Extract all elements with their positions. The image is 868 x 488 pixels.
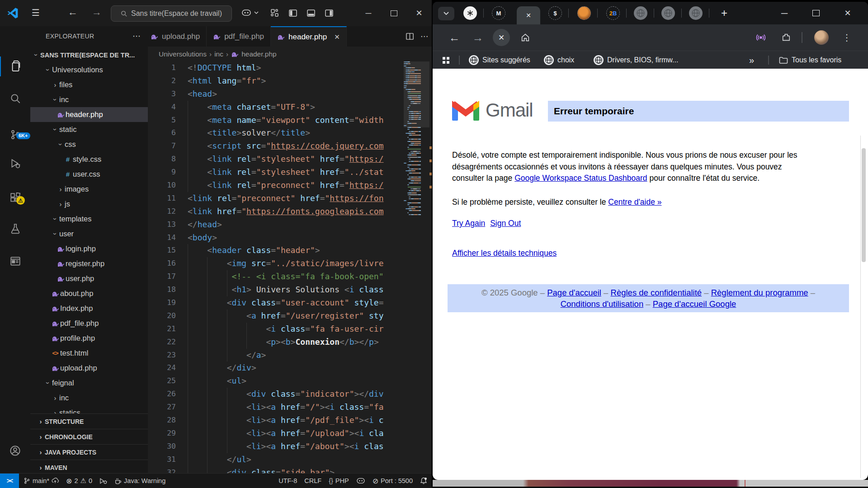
explorer-more-icon[interactable]: ⋯ [132, 31, 141, 41]
browser-back-icon[interactable]: ← [445, 24, 463, 51]
breadcrumb-item[interactable]: Universolutions [159, 50, 207, 58]
browser-maximize-button[interactable] [806, 2, 826, 24]
bookmark-item[interactable]: Drivers, BIOS, firmw... [594, 51, 678, 69]
tree-item[interactable]: header.php [30, 107, 148, 122]
toggle-sidebar-icon[interactable] [288, 9, 297, 18]
port-status[interactable]: ⊘ Port : 5500 [373, 477, 413, 485]
broadcast-extension-icon[interactable] [752, 24, 770, 51]
tree-item[interactable]: ›templates [30, 211, 148, 226]
all-favorites-button[interactable]: Tous les favoris [779, 51, 841, 69]
gmail-link[interactable]: Page d'accueil Google [653, 299, 736, 309]
globe-tab-icon[interactable] [661, 6, 675, 20]
editor-tab-pdf_file.php[interactable]: pdf_file.php [207, 26, 271, 47]
toggle-panel-icon[interactable] [307, 9, 316, 18]
active-browser-tab[interactable]: ✕ [517, 6, 540, 24]
gmail-link[interactable]: Centre d'aide » [608, 197, 661, 206]
tree-item[interactable]: ›inc [30, 92, 148, 107]
encoding-status[interactable]: UTF-8 [278, 477, 297, 484]
editor-tab-header.php[interactable]: header.php✕ [271, 26, 347, 47]
toggle-secondary-sidebar-icon[interactable] [325, 9, 334, 18]
copilot-status-icon[interactable] [356, 477, 365, 484]
close-tab-icon[interactable]: ✕ [334, 33, 340, 41]
gmail-link[interactable]: Page d'accueil [547, 288, 601, 297]
split-editor-icon[interactable] [406, 32, 414, 41]
dollar-tab-icon[interactable]: $ [548, 6, 562, 20]
sidebar-section-maven[interactable]: ›MAVEN [30, 460, 148, 474]
tree-item[interactable]: profile.php [30, 331, 148, 346]
explorer-icon[interactable] [0, 55, 30, 77]
tree-item[interactable]: register.php [30, 256, 148, 271]
close-button[interactable]: ✕ [406, 0, 432, 26]
tree-item[interactable]: Index.php [30, 301, 148, 316]
remote-indicator[interactable]: >< [0, 474, 19, 488]
tree-item[interactable]: #user.css [30, 167, 148, 182]
tree-item[interactable]: ›files [30, 77, 148, 92]
editor-tab-upload.php[interactable]: upload.php [144, 26, 207, 47]
tree-item[interactable]: ›images [30, 182, 148, 197]
branch-status[interactable]: main* [24, 477, 59, 484]
close-tab-icon[interactable]: ✕ [526, 12, 531, 19]
menu-icon[interactable]: ☰ [32, 7, 40, 18]
apps-grid-icon[interactable] [443, 51, 449, 69]
sidebar-section-structure[interactable]: ›STRUCTURE [30, 413, 148, 429]
tree-item[interactable]: ›SANS TITRE(ESPACE DE TR... [30, 47, 148, 62]
tree-item[interactable]: pdf_file.php [30, 316, 148, 331]
extensions-icon[interactable] [0, 187, 30, 209]
workspace-tab-icon[interactable]: 2B [606, 6, 620, 20]
workspace-search-box[interactable]: Sans titre(Espace de travail) [111, 5, 232, 22]
problems-status[interactable]: ⊗ 2 ⚠ 0 [66, 477, 92, 485]
browser-close-button[interactable]: ✕ [837, 2, 858, 24]
java-status[interactable]: Java: Warning [114, 477, 165, 484]
tree-item[interactable]: ›user [30, 226, 148, 241]
browser-forward-icon[interactable]: → [469, 24, 487, 51]
tree-item[interactable]: login.php [30, 241, 148, 256]
chatgpt-tab-icon[interactable] [463, 6, 477, 20]
copilot-button[interactable] [241, 9, 259, 17]
tree-item[interactable]: upload.php [30, 361, 148, 375]
minimize-button[interactable]: ─ [356, 0, 381, 26]
customize-layout-icon[interactable] [270, 9, 279, 18]
tree-item[interactable]: ›js [30, 197, 148, 211]
testing-icon[interactable] [0, 217, 30, 240]
home-icon[interactable] [516, 24, 534, 51]
browser-minimize-button[interactable]: ─ [774, 2, 795, 24]
sidebar-section-chronologie[interactable]: ›CHRONOLOGIE [30, 429, 148, 444]
forward-icon[interactable]: → [92, 6, 102, 18]
account-icon[interactable] [0, 439, 30, 462]
tree-item[interactable]: user.php [30, 271, 148, 286]
breadcrumb[interactable]: Universolutions›inc›header.php [148, 47, 432, 61]
search-view-icon[interactable] [0, 87, 30, 110]
tab-search-chevron-icon[interactable] [438, 7, 454, 20]
page-scrollbar-thumb[interactable] [862, 148, 866, 262]
run-debug-icon[interactable] [0, 152, 30, 175]
bookmarks-overflow-icon[interactable]: » [749, 51, 754, 69]
extensions-puzzle-icon[interactable] [777, 24, 795, 51]
gmail-link[interactable]: Conditions d'utilisation [561, 299, 644, 309]
browser-menu-icon[interactable]: ⋮ [838, 24, 856, 51]
m-tab-icon[interactable]: M [492, 6, 505, 20]
monkey-avatar-tab-icon[interactable] [577, 6, 591, 20]
minimap-slider[interactable] [404, 61, 432, 127]
sign-out-link[interactable]: Sign Out [490, 219, 521, 228]
eol-status[interactable]: CRLF [304, 477, 321, 484]
tree-item[interactable]: #style.css [30, 152, 148, 167]
maximize-button[interactable] [381, 0, 406, 26]
breadcrumb-item[interactable]: inc [214, 50, 223, 58]
notifications-bell[interactable] [420, 477, 427, 485]
panel-view-icon[interactable] [0, 250, 30, 272]
profile-avatar[interactable] [811, 24, 831, 51]
tree-item[interactable]: ›feignal [30, 375, 148, 390]
bookmark-item[interactable]: Sites suggérés [469, 51, 530, 69]
gmail-link[interactable]: Google Workspace Status Dashboard [514, 174, 647, 183]
breadcrumb-item[interactable]: header.php [241, 50, 277, 58]
stop-loading-button[interactable]: ✕ [493, 29, 510, 46]
sidebar-section-java-projects[interactable]: ›JAVA PROJECTS [30, 444, 148, 460]
bookmark-item[interactable]: choix [544, 51, 574, 69]
globe-tab-icon[interactable] [689, 6, 703, 20]
debug-status[interactable] [99, 478, 107, 484]
tree-item[interactable]: ›inc [30, 390, 148, 405]
editor-more-icon[interactable]: ⋯ [420, 32, 428, 41]
code-editor[interactable]: 1<!DOCTYPE html>2<html lang="fr">3<head>… [148, 61, 404, 474]
back-icon[interactable]: ← [68, 6, 78, 18]
technical-details-link[interactable]: Afficher les détails techniques [452, 249, 557, 258]
